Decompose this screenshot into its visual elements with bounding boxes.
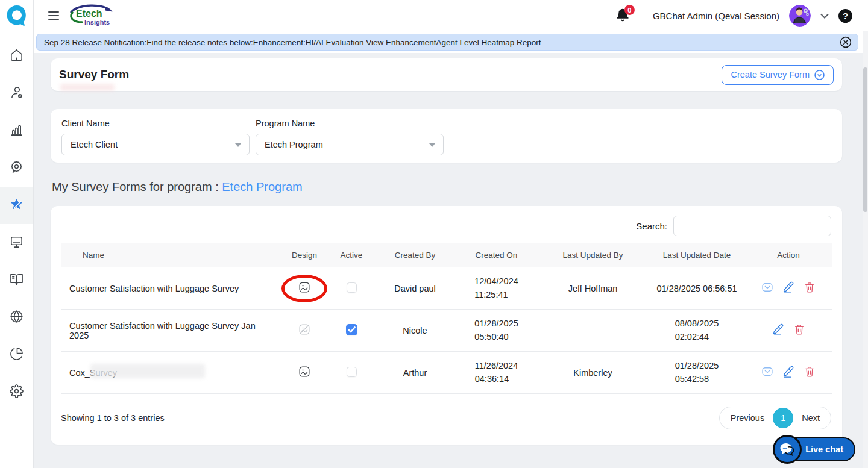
redaction-blur [90, 364, 205, 378]
topbar-right: 0 GBChat Admin (Qeval Session) ? [615, 0, 852, 31]
svg-text:Insights: Insights [84, 19, 110, 26]
globe-icon [10, 310, 24, 326]
qeval-logo-icon[interactable] [5, 4, 29, 28]
column-header-name[interactable]: Name [61, 243, 280, 267]
previous-page-button[interactable]: Previous [722, 413, 773, 423]
active-checkbox-unchecked[interactable] [347, 367, 357, 377]
sidebar-item-knowledge[interactable] [0, 261, 33, 299]
column-header-created-by[interactable]: Created By [374, 243, 456, 267]
active-checkbox-checked[interactable] [346, 324, 357, 335]
column-header-last-updated-by[interactable]: Last Updated By [537, 243, 649, 267]
monitor-icon [10, 235, 24, 251]
created-by: David paul [374, 267, 456, 310]
pie-chart-icon [10, 347, 24, 363]
release-notification-banner: Sep 28 Release Notification:Find the rel… [36, 34, 858, 51]
column-header-design[interactable]: Design [280, 243, 329, 267]
edit-icon[interactable] [772, 323, 784, 336]
column-header-action[interactable]: Action [745, 243, 832, 267]
current-page-button[interactable]: 1 [773, 408, 793, 428]
pagination: Previous 1 Next [719, 407, 831, 429]
last-updated-date: 01/28/2025 05:42:58 [675, 360, 719, 385]
mail-icon[interactable] [761, 365, 773, 378]
sidebar-item-home[interactable] [0, 37, 33, 75]
search-input[interactable] [673, 216, 831, 236]
help-icon[interactable]: ? [838, 9, 852, 23]
next-page-button[interactable]: Next [793, 413, 828, 423]
hamburger-menu-icon[interactable] [47, 9, 60, 22]
notification-badge: 0 [624, 5, 635, 15]
edit-icon[interactable] [782, 281, 794, 294]
chat-bubble-icon[interactable] [773, 435, 802, 464]
scrollbar-thumb[interactable] [863, 67, 867, 212]
heading-prefix: My Survey Forms for program : [52, 180, 222, 193]
delete-icon[interactable] [804, 281, 816, 294]
table-row: Customer Satisfaction with Luggage Surve… [61, 267, 832, 310]
created-on: 12/04/2024 11:25:41 [474, 275, 518, 301]
client-name-select[interactable]: Etech Client [61, 134, 250, 155]
table-row: Customer Satisfaction with Luggage Surve… [61, 310, 832, 352]
sidebar-item-analytics[interactable] [0, 336, 33, 373]
sidebar-item-user-management[interactable] [0, 75, 33, 112]
last-updated-date: 08/08/2025 02:02:44 [675, 317, 719, 343]
avatar[interactable] [789, 5, 811, 27]
program-name-value: Etech Program [256, 140, 323, 149]
caret-down-icon [429, 143, 435, 147]
sidebar-item-reports[interactable] [0, 112, 33, 149]
column-header-last-updated-date[interactable]: Last Updated Date [649, 243, 745, 267]
survey-name: Customer Satisfaction with Luggage Surve… [61, 267, 280, 310]
survey-table-card: Search: Name Design Active Created By Cr… [51, 206, 842, 445]
section-heading: My Survey Forms for program : Etech Prog… [52, 180, 303, 194]
caret-down-icon [235, 143, 241, 147]
user-session-label: GBChat Admin (Qeval Session) [653, 11, 779, 21]
sidebar-item-survey-forms[interactable] [0, 187, 33, 224]
sidebar-item-web[interactable] [0, 299, 33, 336]
star-wand-icon [10, 198, 24, 214]
last-updated-by [537, 310, 649, 352]
livechat-widget: Live chat [773, 435, 855, 464]
client-name-value: Etech Client [62, 140, 118, 149]
column-header-active[interactable]: Active [329, 243, 374, 267]
active-checkbox-unchecked[interactable] [347, 282, 357, 293]
filters-card: Client Name Etech Client Program Name Et… [51, 109, 842, 163]
column-header-created-on[interactable]: Created On [456, 243, 537, 267]
delete-icon[interactable] [793, 323, 805, 336]
create-survey-form-button[interactable]: Create Survey Form [722, 65, 834, 85]
created-by: Arthur [374, 352, 456, 394]
sidebar [0, 0, 34, 468]
banner-text: Sep 28 Release Notification:Find the rel… [37, 38, 541, 47]
created-on: 01/28/2025 05:50:40 [474, 317, 518, 343]
program-name-select[interactable]: Etech Program [256, 134, 444, 155]
design-icon[interactable] [298, 281, 311, 296]
svg-text:Etech: Etech [76, 8, 102, 19]
sidebar-item-qeval-badge[interactable] [0, 149, 33, 187]
program-link[interactable]: Etech Program [222, 180, 302, 193]
redaction-blur [60, 84, 115, 91]
scrollbar-track[interactable] [863, 31, 868, 468]
sidebar-item-monitor[interactable] [0, 224, 33, 261]
created-on: 11/26/2024 04:36:14 [475, 360, 518, 385]
etech-insights-logo: Etech Insights [66, 2, 117, 29]
open-book-icon [10, 272, 24, 289]
client-name-label: Client Name [61, 119, 250, 128]
search-label: Search: [636, 221, 667, 231]
sidebar-item-settings[interactable] [0, 373, 33, 411]
design-icon[interactable] [298, 365, 311, 380]
entries-info: Showing 1 to 3 of 3 entries [61, 413, 165, 423]
survey-name: Customer Satisfaction with Luggage Surve… [61, 310, 280, 352]
delete-icon[interactable] [804, 365, 816, 378]
notification-bell-icon[interactable]: 0 [615, 7, 631, 24]
created-by: Nicole [374, 310, 456, 352]
mail-icon[interactable] [761, 281, 773, 294]
gear-icon [10, 384, 24, 401]
edit-icon[interactable] [782, 365, 794, 378]
badge-gear-icon [10, 160, 24, 176]
chevron-down-icon[interactable] [820, 10, 829, 21]
livechat-label: Live chat [805, 445, 843, 454]
close-icon[interactable] [840, 36, 852, 48]
program-name-label: Program Name [256, 119, 444, 128]
table-header-row: Name Design Active Created By Created On… [61, 243, 832, 267]
create-survey-form-label: Create Survey Form [731, 70, 810, 80]
user-gear-icon [10, 86, 24, 102]
last-updated-by: Kimberley [537, 352, 649, 394]
sidebar-nav [0, 37, 33, 411]
